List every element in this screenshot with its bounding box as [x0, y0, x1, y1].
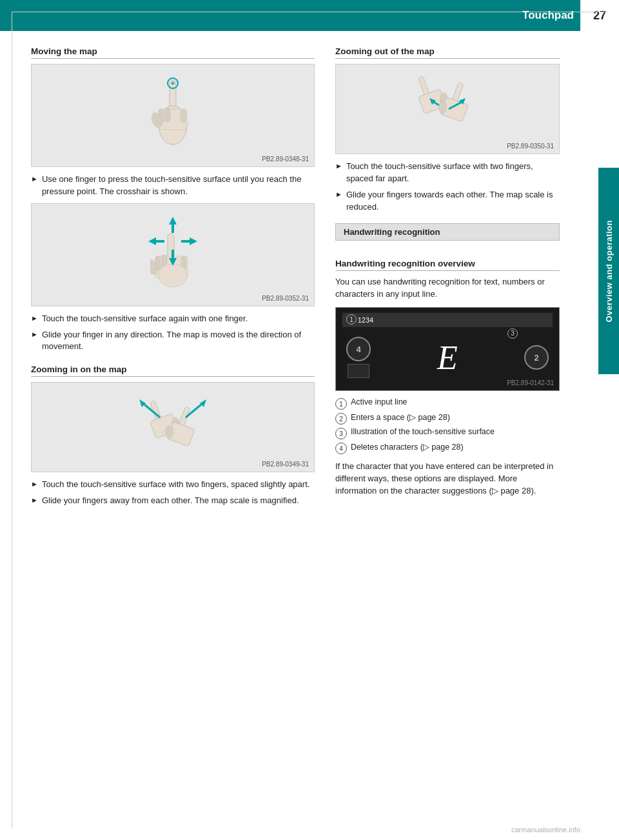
side-tab: Overview and operation: [598, 168, 619, 374]
bullet-glide: ► Glide your finger in any direction. Th…: [31, 329, 315, 354]
hw-input-bar: To: 1234 1: [342, 313, 553, 327]
bullet-crosshair: ► Use one finger to press the touch-sens…: [31, 174, 315, 198]
hw-legend: 1 Active input line 2 Enters a space (▷ …: [335, 397, 560, 454]
fig-zoom-in-label: PB2.89-0349-31: [262, 461, 309, 468]
bullet-arrow-icon-6: ►: [335, 161, 342, 185]
page-border-top: [12, 12, 607, 12]
legend-num-4: 4: [335, 443, 347, 454]
legend-text-3: Illustration of the touch-sensitive surf…: [351, 427, 495, 436]
figure-zoom-in: PB2.89-0349-31: [31, 382, 315, 472]
section-zoom-in-heading: Zooming in on the map: [31, 365, 315, 377]
bullet-two-fingers-together-text: Touch the touch-sensitive surface with t…: [346, 161, 560, 185]
bullet-glide-text: Glide your finger in any direction. The …: [42, 329, 315, 354]
left-column: Moving the map: [31, 46, 315, 511]
legend-item-3: 3 Illustration of the touch-sensitive su…: [335, 427, 560, 439]
svg-point-42: [439, 101, 447, 114]
bullet-touch-again-text: Touch the touch-sensitive surface again …: [42, 313, 248, 325]
fig2-label: PB2.89-0352-31: [262, 295, 309, 302]
bullet-magnified: ► Glide your fingers away from each othe…: [31, 495, 315, 507]
right-column: Zooming out of the map: [335, 46, 588, 511]
legend-num-3: 3: [335, 428, 347, 439]
bullet-arrow-icon-4: ►: [31, 479, 38, 491]
legend-item-1: 1 Active input line: [335, 397, 560, 410]
watermark: carmanualsonline.info: [511, 826, 580, 834]
header-title: Touchpad: [522, 9, 574, 22]
bullet-arrow-icon: ►: [31, 174, 38, 198]
figure-moving-map-2: PB2.89-0352-31: [31, 203, 315, 306]
svg-marker-16: [190, 237, 197, 245]
legend-text-1: Active input line: [351, 397, 408, 406]
bullet-two-fingers-apart: ► Touch the touch-sensitive surface with…: [31, 479, 315, 491]
bullet-two-fingers-apart-text: Touch the touch-sensitive surface with t…: [42, 479, 310, 491]
svg-marker-14: [148, 237, 156, 245]
bullet-arrow-icon-2: ►: [31, 314, 38, 325]
legend-text-2: Enters a space (▷ page 28): [351, 412, 450, 422]
hw-letter-display: E: [437, 339, 458, 377]
svg-point-24: [159, 264, 187, 287]
section-moving-map-heading: Moving the map: [31, 46, 315, 59]
hw-banner: Handwriting recognition: [335, 223, 560, 241]
bullet-magnified-text: Glide your fingers away from each other.…: [42, 495, 299, 507]
bullet-reduced-text: Glide your fingers towards each other. T…: [346, 189, 560, 214]
hand-icon-1: [144, 77, 202, 154]
fig1-label: PB2.89-0348-31: [262, 155, 309, 163]
header-bar: Touchpad 27: [0, 0, 619, 31]
zoom-out-icon: [409, 74, 486, 145]
legend-item-4: 4 Deletes characters (▷ page 28): [335, 442, 560, 454]
svg-marker-12: [169, 258, 177, 266]
bullet-touch-again: ► Touch the touch-sensitive surface agai…: [31, 313, 315, 325]
section-zoom-out-heading: Zooming out of the map: [335, 46, 560, 59]
legend-num-2: 2: [335, 413, 347, 425]
page-border-left: [12, 12, 12, 828]
bullet-arrow-icon-5: ►: [31, 495, 38, 507]
directional-arrows-icon: [147, 215, 199, 267]
hw-num-1: 1: [346, 314, 357, 325]
legend-item-2: 2 Enters a space (▷ page 28): [335, 412, 560, 425]
hw-figure: To: 1234 1 4 3 E: [335, 307, 560, 391]
bullet-arrow-icon-3: ►: [31, 330, 38, 354]
main-content: Moving the map: [0, 31, 619, 526]
hw-circle-2: 2: [524, 345, 549, 370]
page-number: 27: [593, 9, 606, 23]
zoom-in-icon: [134, 392, 211, 463]
svg-rect-13: [172, 250, 174, 259]
hw-footer: If the character that you have entered c…: [335, 461, 560, 497]
svg-rect-4: [165, 108, 170, 122]
figure-moving-map-1: PB2.89-0348-31: [31, 64, 315, 167]
legend-num-1: 1: [335, 398, 347, 410]
hw-circle-4: 4: [346, 337, 371, 361]
legend-text-4: Deletes characters (▷ page 28): [351, 442, 464, 452]
svg-marker-10: [169, 217, 177, 225]
header-page-block: 27: [580, 0, 619, 31]
bullet-arrow-icon-7: ►: [335, 190, 342, 214]
svg-rect-5: [181, 110, 186, 123]
hw-fig-label: PB2.89-0142-31: [507, 379, 554, 386]
svg-rect-11: [172, 224, 174, 233]
svg-rect-17: [181, 240, 190, 243]
figure-zoom-out: PB2.89-0350-31: [335, 64, 560, 154]
hw-num-3: 3: [507, 328, 518, 339]
bullet-two-fingers-together: ► Touch the touch-sensitive surface with…: [335, 161, 560, 185]
bullet-crosshair-text: Use one finger to press the touch-sensit…: [42, 174, 315, 198]
svg-point-32: [166, 426, 173, 439]
fig-zoom-out-label: PB2.89-0350-31: [507, 143, 554, 150]
bullet-reduced: ► Glide your fingers towards each other.…: [335, 189, 560, 214]
svg-rect-15: [155, 240, 164, 243]
section-hw-heading: Handwriting recognition overview: [335, 259, 560, 271]
side-tab-label: Overview and operation: [604, 220, 614, 322]
hw-intro: You can use handwriting recognition for …: [335, 276, 560, 301]
